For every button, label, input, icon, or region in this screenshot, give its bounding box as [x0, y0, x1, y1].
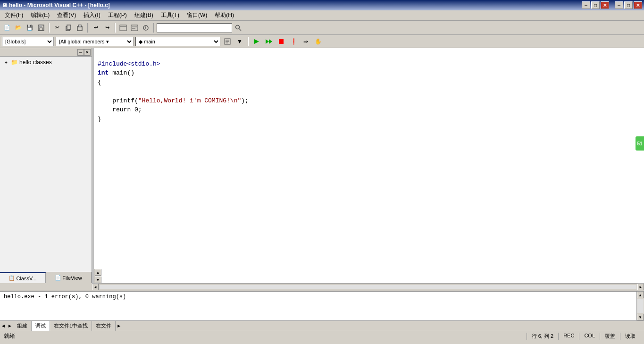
workspace-button[interactable]	[118, 23, 128, 33]
separator-2	[87, 23, 88, 33]
title-bar: 🖥 hello - Microsoft Visual C++ - [hello.…	[0, 0, 644, 10]
menu-build[interactable]: 组建(B)	[132, 10, 156, 20]
outer-minimize-button[interactable]: ─	[582, 1, 590, 9]
tree-expand-icon: +	[3, 59, 9, 66]
hand-button[interactable]: ✋	[313, 36, 323, 47]
classview-icon: 📋	[8, 275, 15, 281]
build-button[interactable]	[264, 36, 274, 47]
find-input[interactable]	[157, 23, 232, 33]
minimize-button[interactable]: ─	[615, 1, 623, 9]
globals-select[interactable]: [Globals]	[2, 37, 54, 46]
output-tabs-left-arrow[interactable]: ◄	[0, 323, 7, 328]
hscroll-track[interactable]	[100, 285, 636, 289]
output-content: hello.exe - 1 error(s), 0 warning(s)	[0, 292, 636, 320]
output-vscroll-down[interactable]: ▼	[637, 314, 644, 320]
redo-button[interactable]: ↪	[102, 23, 112, 33]
paste-button[interactable]	[75, 23, 85, 33]
separator-1	[49, 23, 50, 33]
status-text: 就绪	[4, 332, 519, 340]
editor-vscroll: ▲ ▼	[94, 269, 101, 283]
outer-restore-button[interactable]: □	[591, 1, 600, 9]
status-rec: REC	[558, 333, 579, 340]
tree-item-label: hello classes	[19, 59, 52, 66]
tree-item-hello-classes[interactable]: + 📁 hello classes	[2, 59, 90, 66]
next-error-button[interactable]: ⇒	[301, 36, 311, 47]
properties-button[interactable]	[141, 23, 151, 33]
main-layout: ─ ✕ + 📁 hello classes 📋 ClassV... 📄 File…	[0, 48, 644, 283]
menu-edit[interactable]: 编辑(E)	[28, 10, 52, 20]
svg-marker-21	[254, 39, 259, 44]
error-button[interactable]: ❗	[288, 36, 299, 47]
new-button[interactable]: 📄	[2, 23, 12, 33]
menu-file[interactable]: 文件(F)	[2, 10, 26, 20]
svg-point-15	[236, 25, 240, 29]
toolbar: 📄 📂 💾 ✂ ↩ ↪	[0, 21, 644, 35]
members-icon-button[interactable]	[222, 36, 233, 47]
stop-build-button[interactable]	[276, 36, 286, 47]
copy-button[interactable]	[63, 23, 74, 33]
outer-close-button[interactable]: ✕	[601, 1, 609, 9]
sidebar-minimize-button[interactable]: ─	[77, 49, 84, 56]
separator-4	[153, 23, 154, 33]
main-select[interactable]: ◆ main	[135, 37, 220, 46]
output-vscroll-track[interactable]	[637, 299, 644, 313]
code-container[interactable]: #include<stdio.h> int main() { printf("H…	[94, 48, 644, 269]
restore-button[interactable]: □	[624, 1, 633, 9]
title-controls: ─ □ ✕ ─ □ ✕	[582, 1, 642, 9]
hscroll-left-button[interactable]: ◄	[92, 284, 99, 290]
window-title: hello - Microsoft Visual C++ - [hello.c]	[9, 2, 110, 8]
output-tab-build[interactable]: 组建	[13, 321, 32, 331]
vscroll-up-button[interactable]: ▲	[95, 269, 101, 276]
editor-area: #include<stdio.h> int main() { printf("H…	[94, 48, 644, 283]
dropdown-icon-button[interactable]: ▼	[234, 36, 245, 47]
menu-window[interactable]: 窗口(W)	[184, 10, 210, 20]
save-all-button[interactable]	[36, 23, 46, 33]
output-tab-find1[interactable]: 在文件1中查找	[50, 321, 92, 331]
title-text: 🖥 hello - Microsoft Visual C++ - [hello.…	[2, 2, 110, 8]
svg-point-14	[145, 28, 146, 29]
open-button[interactable]: 📂	[13, 23, 24, 33]
members-select[interactable]: [All global members ▾	[56, 37, 134, 46]
tree-folder-icon: 📁	[11, 59, 18, 66]
menu-view[interactable]: 查看(V)	[54, 10, 79, 20]
find-button[interactable]	[233, 23, 243, 33]
status-bar: 就绪 行 6, 列 2 REC COL 覆盖 读取	[0, 331, 644, 341]
output-vscroll-up[interactable]: ▲	[637, 292, 644, 298]
sidebar: ─ ✕ + 📁 hello classes 📋 ClassV... 📄 File…	[0, 48, 92, 283]
sidebar-header: ─ ✕	[0, 48, 92, 57]
svg-rect-2	[40, 28, 42, 31]
menu-help[interactable]: 帮助(H)	[212, 10, 237, 20]
menu-project[interactable]: 工程(P)	[105, 10, 130, 20]
menu-insert[interactable]: 插入(I)	[81, 10, 103, 20]
output-tabs-right-arrow[interactable]: ►	[7, 323, 13, 328]
status-cells: 行 6, 列 2 REC COL 覆盖 读取	[527, 333, 640, 340]
vscroll-down-button[interactable]: ▼	[95, 277, 101, 283]
scroll-indicator: 51	[636, 136, 644, 151]
svg-rect-6	[78, 25, 81, 27]
tab-classview[interactable]: 📋 ClassV...	[0, 272, 46, 283]
sidebar-close-button[interactable]: ✕	[84, 49, 91, 56]
cut-button[interactable]: ✂	[52, 23, 62, 33]
separator-t2-1	[248, 37, 249, 46]
output-button[interactable]	[129, 23, 140, 33]
output-tabs-right-end-arrow[interactable]: ►	[116, 323, 122, 328]
sidebar-tabs: 📋 ClassV... 📄 FileView	[0, 272, 92, 283]
save-button[interactable]: 💾	[25, 23, 35, 33]
menu-tools[interactable]: 工具(T)	[158, 10, 182, 20]
sidebar-content: + 📁 hello classes	[0, 57, 92, 272]
svg-line-16	[239, 28, 242, 31]
output-panel: hello.exe - 1 error(s), 0 warning(s) ▲ ▼…	[0, 291, 644, 331]
close-button[interactable]: ✕	[634, 1, 642, 9]
output-tab-debug[interactable]: 调试	[32, 321, 50, 331]
tab-fileview[interactable]: 📄 FileView	[46, 272, 92, 283]
hscroll-area: ◄ ►	[92, 283, 644, 291]
menu-bar: 文件(F) 编辑(E) 查看(V) 插入(I) 工程(P) 组建(B) 工具(T…	[0, 10, 644, 21]
undo-button[interactable]: ↩	[91, 23, 101, 33]
code-content: #include<stdio.h> int main() { printf("H…	[94, 48, 644, 126]
status-col: COL	[579, 333, 600, 340]
output-tab-find2[interactable]: 在文件	[92, 321, 116, 331]
compile-button[interactable]	[251, 36, 262, 47]
svg-rect-1	[39, 25, 42, 27]
hscroll-right-button[interactable]: ►	[637, 284, 644, 290]
svg-rect-9	[131, 25, 138, 31]
